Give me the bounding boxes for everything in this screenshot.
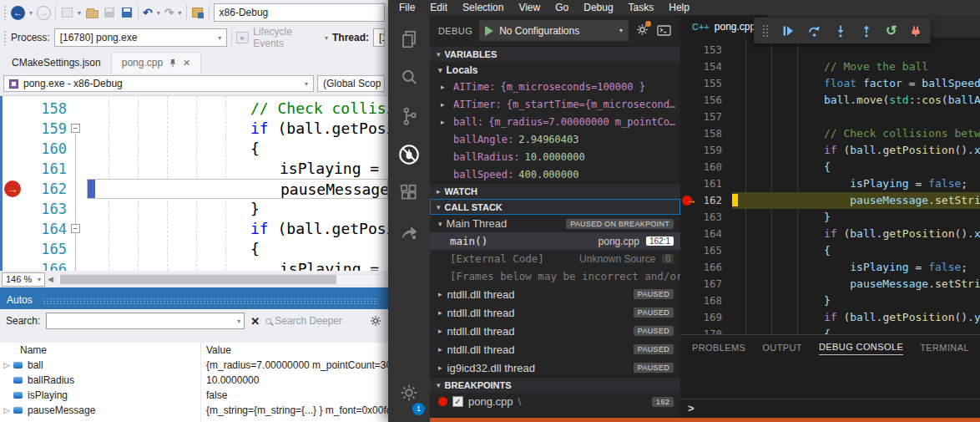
thread-item[interactable]: ▸ntdll.dll threadPAUSED	[430, 322, 680, 340]
variable-item[interactable]: ballRadius:10.0000000	[430, 148, 680, 165]
expander-icon[interactable]: ▷	[0, 361, 13, 369]
expander-icon[interactable]: ▸	[441, 100, 445, 109]
toolbar-drag-handle[interactable]	[762, 24, 769, 38]
gutter-margin[interactable]	[0, 259, 25, 271]
collapse-region-icon[interactable]: −	[71, 224, 80, 233]
editor-gutter[interactable]: 159	[680, 142, 732, 159]
scrollbar-thumb[interactable]	[60, 275, 336, 284]
collapse-region-icon[interactable]: −	[71, 124, 80, 133]
editor-gutter[interactable]: 170	[680, 326, 732, 334]
vscode-editor[interactable]: 153154 // Move the ball155 float factor …	[680, 38, 980, 334]
variables-section-header[interactable]: ▾ VARIABLES	[430, 46, 680, 62]
expander-icon[interactable]: ▸	[441, 118, 445, 126]
menu-help[interactable]: Help	[661, 2, 697, 13]
debug-console-input[interactable]: >	[680, 399, 980, 416]
fold-margin[interactable]	[67, 199, 87, 219]
editor-gutter[interactable]: 156	[680, 92, 732, 109]
autos-row-ballRadius[interactable]: ballRadius10.0000000	[0, 373, 388, 388]
solution-explorer-sync-icon[interactable]	[191, 6, 205, 19]
live-share-icon[interactable]	[388, 212, 430, 251]
variable-item[interactable]: ballSpeed:400.000000	[430, 165, 680, 183]
toolbar-grip[interactable]	[3, 5, 7, 20]
search-deeper-button[interactable]: Search Deeper	[265, 315, 342, 327]
disconnect-icon[interactable]	[909, 24, 922, 38]
expander-icon[interactable]: ▸	[438, 290, 442, 298]
gutter-margin[interactable]	[0, 199, 25, 219]
scroll-left-button[interactable]: ◀	[48, 275, 53, 283]
variable-item[interactable]: ballAngle:2.94960403	[430, 130, 680, 148]
new-item-button[interactable]	[60, 6, 73, 19]
editor-gutter[interactable]: 169	[680, 309, 732, 326]
debug-console-output[interactable]	[680, 358, 980, 399]
current-statement-breakpoint-icon[interactable]: →	[4, 180, 21, 197]
panel-tab-problems[interactable]: PROBLEMS	[692, 338, 745, 355]
continue-icon[interactable]	[781, 24, 795, 38]
fold-margin[interactable]	[67, 99, 87, 119]
toolbar-grip[interactable]	[3, 30, 7, 45]
editor-gutter[interactable]: 154	[680, 58, 732, 75]
editor-gutter[interactable]: 166	[680, 259, 732, 276]
open-debug-console-icon[interactable]	[656, 24, 672, 38]
editor-gutter[interactable]: 158	[680, 125, 732, 142]
gutter-margin[interactable]	[0, 159, 25, 179]
navigate-forward-button[interactable]: →	[37, 6, 51, 20]
editor-gutter[interactable]: 155	[680, 75, 732, 92]
panel-tab-terminal[interactable]: TERMINAL	[920, 338, 969, 355]
vs-code-editor[interactable]: 158// Check collisions159−if (ball.getPo…	[0, 95, 388, 271]
redo-button[interactable]: ↷	[164, 6, 174, 19]
gutter-margin[interactable]	[0, 139, 25, 159]
vs-tab-CMakeSettings.json[interactable]: CMakeSettings.json	[2, 53, 111, 74]
zoom-level-dropdown[interactable]: 146 % ▾	[2, 272, 45, 287]
step-over-icon[interactable]	[807, 24, 821, 38]
fold-margin[interactable]: −	[67, 119, 87, 139]
editor-gutter[interactable]: 163	[680, 209, 732, 226]
horizontal-scrollbar[interactable]	[56, 274, 386, 285]
debug-icon[interactable]	[388, 135, 430, 174]
menu-go[interactable]: Go	[548, 2, 576, 13]
undo-caret[interactable]: ▾	[157, 9, 160, 17]
back-dropdown-caret[interactable]: ▾	[29, 9, 33, 17]
vs-tab-pong.cpp[interactable]: pong.cpp✕	[111, 52, 202, 74]
editor-gutter[interactable]: 160	[680, 159, 732, 175]
menu-debug[interactable]: Debug	[576, 2, 620, 13]
settings-gear-icon[interactable]: 1	[388, 374, 430, 412]
watch-section-header[interactable]: ▸ WATCH	[430, 183, 680, 199]
thread-combo[interactable]: [13	[373, 28, 385, 47]
thread-item[interactable]: ▸ig9icd32.dll threadPAUSED	[430, 358, 680, 377]
autos-row-pauseMessage[interactable]: ▷pauseMessage{m_string={m_string={...} }…	[0, 403, 388, 418]
breakpoint-item[interactable]: ✓pong.cpp\162	[430, 393, 680, 410]
configure-gear-icon[interactable]	[635, 23, 649, 39]
autos-title-bar[interactable]: Autos	[0, 287, 388, 309]
expander-icon[interactable]: ▸	[438, 327, 442, 335]
menu-tasks[interactable]: Tasks	[621, 2, 662, 13]
variable-item[interactable]: ▸AITimer:{m_startTime={m_microsecond…	[430, 95, 680, 113]
editor-gutter[interactable]: 168	[680, 292, 732, 309]
thread-item[interactable]: ▸ntdll.dll threadPAUSED	[430, 285, 680, 303]
variable-item[interactable]: ▸AITime:{m_microseconds=100000 }	[430, 78, 680, 95]
editor-gutter[interactable]: 167	[680, 276, 732, 292]
debug-status-bar[interactable]	[430, 418, 980, 422]
search-input[interactable]: ▾	[46, 313, 245, 329]
fold-margin[interactable]	[67, 179, 87, 199]
extensions-icon[interactable]	[388, 174, 430, 212]
fold-margin[interactable]: −	[67, 219, 87, 239]
autos-row-ball[interactable]: ▷ball{m_radius=7.00000000 m_pointCount=3…	[0, 358, 388, 373]
editor-gutter[interactable]: 161	[680, 175, 732, 192]
column-divider[interactable]	[200, 343, 201, 422]
expander-icon[interactable]: ▸	[438, 345, 442, 353]
start-debugging-icon[interactable]	[485, 26, 493, 36]
call-stack-frame[interactable]: main()pong.cpp162:1	[430, 232, 680, 250]
process-combo[interactable]: [16780] pong.exe ▾	[54, 28, 228, 47]
panel-tab-debug-console[interactable]: DEBUG CONSOLE	[819, 338, 903, 355]
gutter-margin[interactable]	[0, 119, 25, 139]
call-stack-frame[interactable]: [Frames below may be incorrect and/or	[430, 267, 680, 285]
lifecycle-caret[interactable]: ▾	[325, 34, 328, 42]
fold-margin[interactable]	[67, 239, 87, 259]
thread-item[interactable]: ▸ntdll.dll threadPAUSED	[430, 340, 680, 358]
step-out-icon[interactable]	[860, 24, 873, 38]
main-thread-row[interactable]: ▾ Main Thread PAUSED ON BREAKPOINT	[430, 215, 680, 232]
expander-icon[interactable]: ▸	[438, 308, 442, 317]
open-folder-icon[interactable]	[85, 6, 99, 19]
editor-gutter[interactable]: 164	[680, 226, 732, 242]
breakpoint-gutter[interactable]: →	[0, 179, 25, 199]
